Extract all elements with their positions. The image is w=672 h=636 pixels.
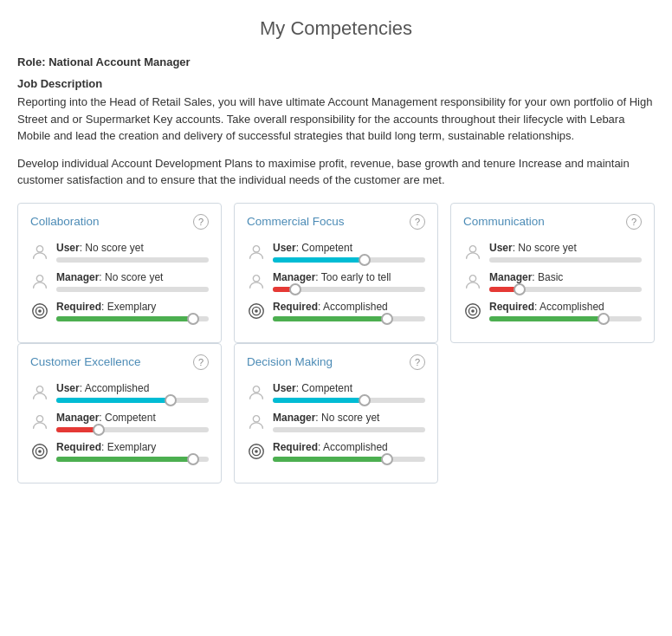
svg-point-19 xyxy=(38,450,42,453)
user-score-label-collaboration: User: No score yet xyxy=(56,242,209,254)
svg-point-14 xyxy=(471,309,475,313)
svg-point-15 xyxy=(36,386,42,392)
required-icon-customer-excellence xyxy=(30,442,49,461)
user-score-content-commercial-focus: User: Competent xyxy=(273,242,425,263)
card-header-customer-excellence: Customer Excellence ? xyxy=(30,354,209,370)
help-button-decision-making[interactable]: ? xyxy=(410,354,425,370)
competencies-row2: Customer Excellence ? User: Accomplished xyxy=(17,343,655,483)
manager-score-content-decision-making: Manager: No score yet xyxy=(273,412,425,432)
manager-score-label-decision-making: Manager: No score yet xyxy=(273,412,425,424)
role-label: Role: xyxy=(17,55,46,68)
manager-score-content-commercial-focus: Manager: Too early to tell xyxy=(273,271,425,292)
required-score-row-collaboration: Required: Exemplary xyxy=(30,301,209,321)
user-icon-customer-excellence xyxy=(30,383,49,402)
user-score-row-commercial-focus: User: Competent xyxy=(247,242,425,263)
user-score-content-communication: User: No score yet xyxy=(489,242,642,263)
user-score-content-customer-excellence: User: Accomplished xyxy=(56,382,209,403)
role-value: National Account Manager xyxy=(48,55,190,68)
manager-score-content-communication: Manager: Basic xyxy=(489,271,642,292)
user-score-label-commercial-focus: User: Competent xyxy=(273,242,425,254)
user-score-row-collaboration: User: No score yet xyxy=(30,242,209,263)
manager-score-content-collaboration: Manager: No score yet xyxy=(56,271,209,292)
page-title: My Competencies xyxy=(17,17,655,40)
required-score-row-communication: Required: Accomplished xyxy=(463,301,642,321)
competencies-row1: Collaboration ? User: No score yet xyxy=(17,203,655,343)
card-title-collaboration: Collaboration xyxy=(30,215,100,228)
help-button-collaboration[interactable]: ? xyxy=(193,214,209,230)
required-score-content-collaboration: Required: Exemplary xyxy=(56,301,209,321)
required-score-row-decision-making: Required: Accomplished xyxy=(247,441,425,462)
user-score-content-collaboration: User: No score yet xyxy=(56,242,209,263)
competency-card-commercial-focus: Commercial Focus ? User: Competent xyxy=(234,203,438,343)
svg-point-6 xyxy=(253,275,259,281)
competencies-container: Collaboration ? User: No score yet xyxy=(17,203,655,483)
manager-score-label-collaboration: Manager: No score yet xyxy=(56,271,209,283)
svg-point-0 xyxy=(36,245,42,251)
user-score-row-communication: User: No score yet xyxy=(463,242,642,263)
manager-score-row-communication: Manager: Basic xyxy=(463,271,642,292)
required-icon-commercial-focus xyxy=(247,302,266,321)
required-score-label-commercial-focus: Required: Accomplished xyxy=(273,301,425,313)
required-score-row-commercial-focus: Required: Accomplished xyxy=(247,301,425,321)
manager-score-label-commercial-focus: Manager: Too early to tell xyxy=(273,271,425,283)
manager-icon-commercial-focus xyxy=(247,272,266,291)
user-score-label-communication: User: No score yet xyxy=(489,242,642,254)
manager-score-row-decision-making: Manager: No score yet xyxy=(247,412,425,432)
required-score-label-decision-making: Required: Accomplished xyxy=(273,441,425,453)
required-score-content-commercial-focus: Required: Accomplished xyxy=(273,301,425,321)
user-icon-commercial-focus xyxy=(247,243,266,262)
manager-score-content-customer-excellence: Manager: Competent xyxy=(56,412,209,432)
card-title-customer-excellence: Customer Excellence xyxy=(30,355,141,368)
card-header-collaboration: Collaboration ? xyxy=(30,214,209,230)
required-score-label-communication: Required: Accomplished xyxy=(489,301,642,313)
svg-point-16 xyxy=(36,415,42,421)
manager-score-row-customer-excellence: Manager: Competent xyxy=(30,412,209,432)
svg-point-9 xyxy=(255,309,258,313)
svg-point-4 xyxy=(38,309,42,313)
svg-point-10 xyxy=(469,245,475,251)
svg-point-24 xyxy=(255,450,258,453)
required-icon-collaboration xyxy=(30,302,49,321)
manager-icon-communication xyxy=(463,272,482,291)
user-icon-collaboration xyxy=(30,243,49,262)
job-desc-heading: Job Description xyxy=(17,77,655,90)
required-score-label-customer-excellence: Required: Exemplary xyxy=(56,441,209,453)
competency-card-communication: Communication ? User: No score yet xyxy=(450,203,655,343)
required-score-content-decision-making: Required: Accomplished xyxy=(273,441,425,462)
card-header-decision-making: Decision Making ? xyxy=(247,354,425,370)
user-score-label-customer-excellence: User: Accomplished xyxy=(56,382,209,394)
competency-card-collaboration: Collaboration ? User: No score yet xyxy=(17,203,222,343)
manager-icon-customer-excellence xyxy=(30,412,49,432)
required-score-content-communication: Required: Accomplished xyxy=(489,301,642,321)
help-button-communication[interactable]: ? xyxy=(626,214,642,230)
required-score-label-collaboration: Required: Exemplary xyxy=(56,301,209,313)
card-header-commercial-focus: Commercial Focus ? xyxy=(247,214,425,230)
svg-point-20 xyxy=(253,386,259,392)
card-title-commercial-focus: Commercial Focus xyxy=(247,215,345,228)
job-desc-para2: Develop individual Account Development P… xyxy=(17,155,655,189)
role-line: Role: National Account Manager xyxy=(17,55,655,68)
user-score-row-decision-making: User: Competent xyxy=(247,382,425,403)
manager-score-label-communication: Manager: Basic xyxy=(489,271,642,283)
svg-point-11 xyxy=(469,275,475,281)
svg-point-1 xyxy=(36,275,42,281)
manager-score-row-collaboration: Manager: No score yet xyxy=(30,271,209,292)
user-icon-communication xyxy=(463,243,482,262)
user-score-row-customer-excellence: User: Accomplished xyxy=(30,382,209,403)
help-button-commercial-focus[interactable]: ? xyxy=(410,214,425,230)
required-icon-decision-making xyxy=(247,442,266,461)
user-score-content-decision-making: User: Competent xyxy=(273,382,425,403)
card-title-decision-making: Decision Making xyxy=(247,355,333,368)
user-icon-decision-making xyxy=(247,383,266,402)
card-title-communication: Communication xyxy=(463,215,545,228)
required-score-row-customer-excellence: Required: Exemplary xyxy=(30,441,209,462)
competency-card-customer-excellence: Customer Excellence ? User: Accomplished xyxy=(17,343,222,483)
card-header-communication: Communication ? xyxy=(463,214,642,230)
manager-score-row-commercial-focus: Manager: Too early to tell xyxy=(247,271,425,292)
required-score-content-customer-excellence: Required: Exemplary xyxy=(56,441,209,462)
required-icon-communication xyxy=(463,302,482,321)
manager-icon-decision-making xyxy=(247,412,266,432)
help-button-customer-excellence[interactable]: ? xyxy=(193,354,209,370)
user-score-label-decision-making: User: Competent xyxy=(273,382,425,394)
manager-icon-collaboration xyxy=(30,272,49,291)
